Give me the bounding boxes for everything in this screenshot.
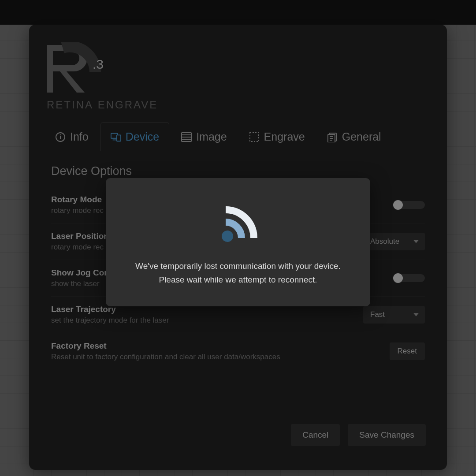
modal-line-1: We've temporarily lost communication wit… [123,259,353,273]
signal-icon [216,201,260,245]
svg-point-17 [222,231,233,242]
reconnect-modal: We've temporarily lost communication wit… [106,178,370,306]
modal-line-2: Please wait while we attempt to reconnec… [123,273,353,286]
modal-message: We've temporarily lost communication wit… [123,259,353,287]
